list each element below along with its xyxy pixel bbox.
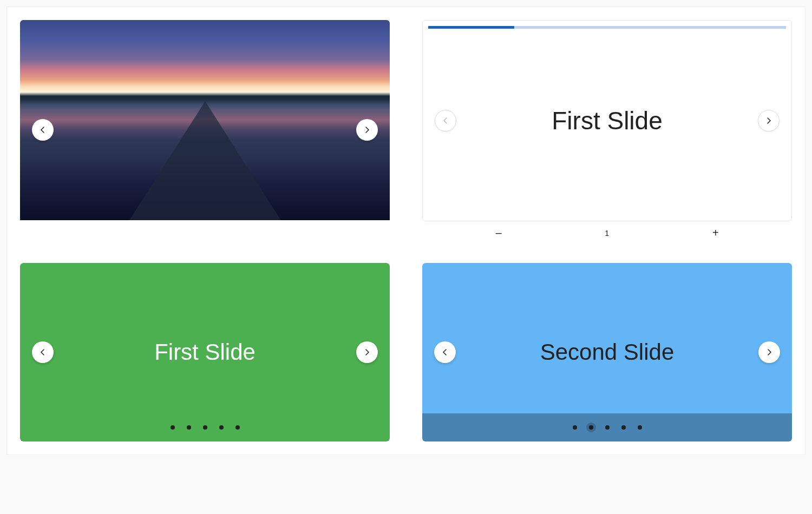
dot-1[interactable]: [573, 425, 577, 430]
green-carousel: First Slide: [20, 263, 390, 441]
slide-title: First Slide: [552, 106, 662, 135]
stepper: – 1 +: [422, 221, 792, 239]
text-carousel: First Slide: [422, 20, 792, 221]
chevron-left-icon: [443, 117, 448, 124]
dot-2[interactable]: [187, 425, 191, 430]
next-button[interactable]: [758, 341, 780, 363]
slide-panel: First Slide: [423, 21, 791, 221]
dot-panel: [422, 413, 792, 441]
chevron-left-icon: [443, 349, 447, 355]
prev-button[interactable]: [435, 110, 456, 131]
next-button[interactable]: [758, 110, 780, 131]
prev-button[interactable]: [434, 341, 456, 363]
slide-title: Second Slide: [540, 339, 675, 365]
prev-button[interactable]: [32, 119, 54, 141]
chevron-left-icon: [41, 349, 45, 355]
chevron-right-icon: [767, 117, 771, 124]
progress-track: [428, 26, 786, 29]
dot-3[interactable]: [203, 425, 207, 430]
dot-5[interactable]: [638, 425, 642, 430]
text-carousel-wrapper: First Slide – 1 +: [422, 20, 792, 239]
chevron-right-icon: [767, 349, 771, 355]
blue-carousel: Second Slide: [422, 263, 792, 441]
dot-5[interactable]: [235, 425, 240, 430]
slide-panel: Second Slide: [422, 263, 792, 441]
dot-2[interactable]: [589, 425, 593, 430]
page-grid: First Slide – 1 + First Slide: [6, 6, 806, 455]
chevron-right-icon: [365, 349, 369, 355]
next-button[interactable]: [356, 341, 378, 363]
prev-button[interactable]: [32, 341, 54, 363]
next-button[interactable]: [356, 119, 378, 141]
stepper-value: 1: [605, 229, 609, 238]
progress-fill: [428, 26, 514, 29]
chevron-right-icon: [365, 127, 369, 133]
slide-image: [20, 20, 390, 220]
image-carousel: [20, 20, 390, 239]
chevron-left-icon: [41, 127, 45, 133]
dot-1[interactable]: [171, 425, 175, 430]
minus-button[interactable]: –: [495, 227, 501, 239]
slide-title: First Slide: [154, 339, 256, 365]
dot-4[interactable]: [621, 425, 626, 430]
dot-3[interactable]: [605, 425, 610, 430]
dot-4[interactable]: [219, 425, 224, 430]
plus-button[interactable]: +: [712, 227, 719, 239]
slide-panel: First Slide: [20, 263, 390, 441]
dot-indicators: [171, 425, 240, 430]
